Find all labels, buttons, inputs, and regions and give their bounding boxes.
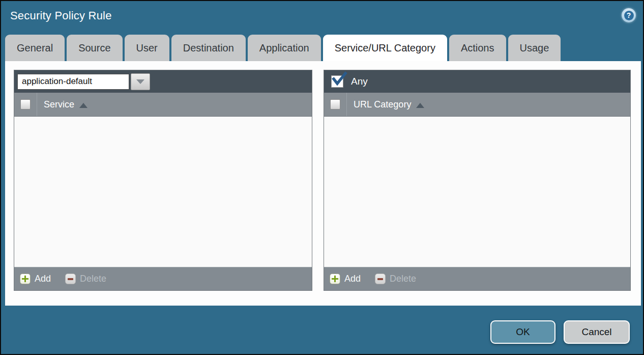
security-policy-rule-dialog: Security Policy Rule ? General Source Us… [0,0,644,355]
tab-bar: General Source User Destination Applicat… [5,35,561,61]
tab-user[interactable]: User [125,35,169,61]
service-select-all-cell [14,93,37,116]
service-add-button[interactable]: Add [20,274,51,284]
tab-content-area: Service Add Delete [5,61,641,306]
minus-icon [65,274,76,284]
url-category-delete-button[interactable]: Delete [375,274,416,284]
cancel-button[interactable]: Cancel [564,320,630,344]
url-category-add-label: Add [344,274,361,284]
service-mode-input[interactable] [17,74,129,90]
minus-icon [375,274,386,284]
service-delete-button[interactable]: Delete [65,274,106,284]
url-category-select-all-cell [324,93,347,116]
service-footer-bar: Add Delete [14,267,312,290]
service-mode-bar [14,70,312,93]
url-category-column-header: URL Category [324,93,630,117]
url-category-any-bar: Any [324,70,630,93]
tab-general[interactable]: General [5,35,65,61]
page-title: Security Policy Rule [10,9,112,22]
url-category-panel: Any URL Category Add [324,70,631,291]
url-category-any-label: Any [351,76,368,87]
tab-destination[interactable]: Destination [171,35,246,61]
url-category-add-button[interactable]: Add [330,274,361,284]
plus-icon [330,274,340,284]
url-category-delete-label: Delete [390,274,416,284]
url-category-column-label[interactable]: URL Category [354,99,411,110]
sort-ascending-icon[interactable] [79,103,87,108]
url-category-footer-bar: Add Delete [324,267,630,290]
service-column-label[interactable]: Service [44,99,74,110]
tab-actions[interactable]: Actions [449,35,506,61]
help-icon: ? [624,11,634,20]
service-table-body[interactable] [14,117,312,267]
url-category-select-all-checkbox[interactable] [330,99,340,110]
chevron-down-icon [136,79,144,84]
tab-service-url-category[interactable]: Service/URL Category [323,35,447,61]
sort-ascending-icon[interactable] [416,103,424,108]
tab-source[interactable]: Source [67,35,122,61]
plus-icon [20,274,31,284]
service-panel: Service Add Delete [14,70,312,291]
tab-usage[interactable]: Usage [508,35,561,61]
url-category-table-body[interactable] [324,117,630,267]
service-delete-label: Delete [80,274,106,284]
service-column-header: Service [14,93,312,117]
ok-button[interactable]: OK [490,320,555,344]
tab-application[interactable]: Application [248,35,321,61]
checkmark-icon [331,72,347,87]
url-category-any-checkbox[interactable] [331,75,343,88]
service-select-all-checkbox[interactable] [20,99,31,110]
service-add-label: Add [35,274,51,284]
help-button[interactable]: ? [622,8,636,22]
service-mode-dropdown-button[interactable] [131,73,150,90]
